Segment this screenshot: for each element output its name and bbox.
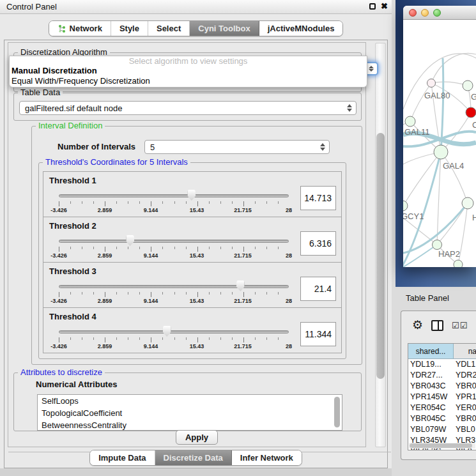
slider-scale: -3.4262.8599.14415.4321.71528 <box>59 298 289 305</box>
table-row[interactable]: YER054CYER0 <box>408 403 476 413</box>
tab-style[interactable]: Style <box>111 21 148 36</box>
node-label: HAP2 <box>438 249 460 259</box>
table-cell[interactable]: YDR2 <box>454 370 476 381</box>
threshold-1-slider[interactable]: -3.4262.8599.14415.4321.71528 <box>59 188 289 217</box>
table-cell[interactable]: YBL079W <box>408 424 454 435</box>
table-data-combo[interactable]: galFiltered.sif default node <box>19 101 357 115</box>
threshold-4-value-field[interactable]: 11.344 <box>300 322 336 346</box>
slider-track[interactable] <box>59 194 289 197</box>
table-row[interactable]: YBR043CYBR0 <box>408 381 476 392</box>
column-header-name[interactable]: na <box>454 344 476 358</box>
slider-ticks <box>59 292 289 297</box>
table-horizontal-scrollbar[interactable] <box>409 443 475 449</box>
table-row[interactable]: YDR27...YDR2 <box>408 370 476 381</box>
table-row[interactable]: YDL19...YDL1 <box>408 359 476 370</box>
table-cell[interactable]: YDR27... <box>408 370 454 381</box>
tab-network-label: Network <box>70 24 102 33</box>
node-red-selected <box>466 107 476 118</box>
tab-discretize-data[interactable]: Discretize Data <box>155 450 232 465</box>
slider-track[interactable] <box>59 240 289 243</box>
node-label: GAL4 <box>443 161 464 171</box>
table-row[interactable]: YBL079WYBL0 <box>408 424 476 435</box>
interval-definition-group: Interval Definition Number of Intervals … <box>31 126 362 365</box>
gear-icon[interactable]: ⚙ <box>412 319 423 332</box>
scrollbar-thumb[interactable] <box>376 133 385 379</box>
attribute-item[interactable]: SelfLoops <box>38 395 342 407</box>
table-cell[interactable]: YBL0 <box>454 424 476 435</box>
threshold-3-slider[interactable]: -3.4262.8599.14415.4321.71528 <box>59 279 289 307</box>
slider-thumb[interactable] <box>236 280 245 291</box>
bottom-tabbar: Impute Data Discretize Data Infer Networ… <box>89 450 302 466</box>
threshold-3-value-field[interactable]: 21.4 <box>300 277 336 301</box>
node-label-cut: H <box>472 213 476 222</box>
attributes-list-scrollbar[interactable] <box>334 397 340 427</box>
threshold-2-value-field[interactable]: 6.316 <box>300 231 336 256</box>
control-panel-title: Control Panel <box>6 2 57 12</box>
network-view-window: GAL80 GAL11 GAL4 GCY1 HAP2 G C H <box>403 6 476 267</box>
apply-button[interactable]: Apply <box>176 430 218 445</box>
tab-select[interactable]: Select <box>148 21 190 36</box>
scale-label: 9.144 <box>144 298 158 304</box>
column-layout-icon[interactable] <box>431 320 443 331</box>
table-cell[interactable]: YBR045C <box>408 413 454 424</box>
scale-label: 15.43 <box>190 343 204 349</box>
algorithm-option-manual[interactable]: Manual Discretization <box>10 66 367 76</box>
tab-network[interactable]: Network <box>49 21 111 36</box>
slider-track[interactable] <box>59 285 289 288</box>
table-row[interactable]: YPR145WYPR1 <box>408 392 476 403</box>
node-gal11 <box>405 116 415 127</box>
numerical-attributes-list[interactable]: SelfLoopsTopologicalCoefficientBetweenne… <box>37 394 342 431</box>
table-cell[interactable]: YER054C <box>408 403 454 413</box>
threshold-2-slider[interactable]: -3.4262.8599.14415.4321.71528 <box>59 234 289 262</box>
table-cell[interactable]: YER0 <box>454 403 476 413</box>
scale-label: 28 <box>286 343 292 349</box>
close-traffic-light-icon[interactable] <box>409 9 417 17</box>
scale-label: 2.859 <box>98 298 112 304</box>
table-row[interactable]: YBR045CYBR0 <box>408 413 476 424</box>
threshold-2-label: Threshold 2 <box>49 221 96 231</box>
tab-cyni-toolbox[interactable]: Cyni Toolbox <box>190 21 259 36</box>
hscrollbar-thumb[interactable] <box>410 443 472 448</box>
table-data-combo-value: galFiltered.sif default node <box>25 104 122 113</box>
scale-label: 21.715 <box>234 298 252 304</box>
attribute-item[interactable]: BetweennessCentrality <box>38 419 342 431</box>
minimize-traffic-light-icon[interactable] <box>421 9 429 17</box>
slider-thumb[interactable] <box>126 235 134 246</box>
network-canvas[interactable]: GAL80 GAL11 GAL4 GCY1 HAP2 G C H <box>403 20 476 267</box>
column-header-shared-name[interactable]: shared... <box>408 344 454 358</box>
table-cell[interactable]: YPR1 <box>454 392 476 403</box>
attribute-item[interactable]: TopologicalCoefficient <box>38 407 342 419</box>
table-cell[interactable]: YBR043C <box>408 381 454 392</box>
number-of-intervals-combo[interactable]: 5 <box>144 140 330 154</box>
float-window-icon[interactable] <box>369 3 376 10</box>
algorithm-option-equal-width[interactable]: Equal Width/Frequency Discretization <box>10 76 367 86</box>
table-cell[interactable]: YBR0 <box>454 381 476 392</box>
cyni-toolbox-panel: Discretization Algorithm Table Data galF… <box>4 40 388 468</box>
numerical-attributes-label: Numerical Attributes <box>36 380 117 389</box>
scale-label: 15.43 <box>190 298 204 304</box>
tab-impute-data[interactable]: Impute Data <box>90 450 155 465</box>
panel-vertical-scrollbar[interactable] <box>375 43 386 447</box>
close-icon[interactable]: ✖ <box>381 2 388 11</box>
select-columns-icon[interactable]: ☑☑ <box>452 321 468 330</box>
table-cell[interactable]: YDL1 <box>454 359 476 370</box>
panel-viewport: Discretization Algorithm Table Data galF… <box>8 42 366 447</box>
threshold-1-value-field[interactable]: 14.713 <box>300 186 336 210</box>
threshold-4-slider[interactable]: -3.4262.8599.14415.4321.71528 <box>59 325 289 353</box>
slider-thumb[interactable] <box>187 190 196 201</box>
table-cell[interactable]: YDL19... <box>408 359 454 370</box>
table-data-group: Table Data galFiltered.sif default node <box>13 93 362 121</box>
tab-jactivemnodules[interactable]: jActiveMNodules <box>259 21 343 36</box>
slider-thumb[interactable] <box>163 326 171 337</box>
node-gal80 <box>427 79 436 88</box>
zoom-traffic-light-icon[interactable] <box>433 9 441 17</box>
scale-label: 28 <box>286 252 292 259</box>
table-data-title: Table Data <box>18 88 63 97</box>
node-cut-top-right <box>463 81 473 91</box>
scale-label: 2.859 <box>98 343 112 349</box>
table-cell[interactable]: YBR0 <box>454 413 476 424</box>
tab-infer-network[interactable]: Infer Network <box>232 450 302 465</box>
table-panel-title: Table Panel <box>406 293 449 303</box>
table-cell[interactable]: YPR145W <box>408 392 454 403</box>
slider-track[interactable] <box>59 330 289 334</box>
